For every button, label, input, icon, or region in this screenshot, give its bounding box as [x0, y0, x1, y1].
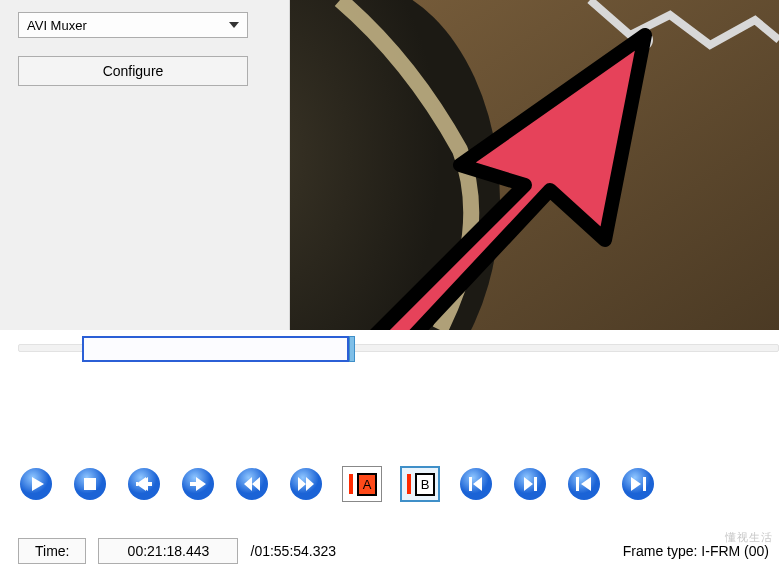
next-keyframe-button[interactable] — [288, 466, 324, 502]
next-cut-button[interactable] — [620, 466, 656, 502]
mark-out-icon — [407, 474, 411, 494]
back-button[interactable] — [126, 466, 162, 502]
configure-button[interactable]: Configure — [18, 56, 248, 86]
frame-type: Frame type: I-FRM (00) — [623, 543, 769, 559]
timeline-selection[interactable] — [82, 336, 349, 362]
time-value-field[interactable]: 00:21:18.443 — [98, 538, 238, 564]
video-preview — [290, 0, 779, 330]
goto-end-button[interactable] — [512, 466, 548, 502]
output-format-panel: AVI Muxer Configure — [0, 0, 290, 330]
transport-toolbar: A B — [18, 466, 656, 502]
stop-button[interactable] — [72, 466, 108, 502]
letter-a-icon: A — [357, 473, 378, 496]
timeline-playhead[interactable] — [349, 336, 355, 362]
time-total: /01:55:54.323 — [250, 543, 336, 559]
letter-b-icon: B — [415, 473, 436, 496]
muxer-selected-value: AVI Muxer — [27, 18, 87, 33]
status-bar: Time: 00:21:18.443 /01:55:54.323 Frame t… — [18, 536, 769, 566]
svg-rect-11 — [469, 477, 472, 491]
mark-a-button[interactable]: A — [342, 466, 382, 502]
play-button[interactable] — [18, 466, 54, 502]
mark-in-icon — [349, 474, 353, 494]
forward-button[interactable] — [180, 466, 216, 502]
watermark: 懂视生活 — [725, 530, 773, 545]
muxer-select[interactable]: AVI Muxer — [18, 12, 248, 38]
prev-cut-button[interactable] — [566, 466, 602, 502]
svg-rect-13 — [534, 477, 537, 491]
goto-start-button[interactable] — [458, 466, 494, 502]
chevron-down-icon — [229, 22, 239, 28]
svg-rect-5 — [84, 478, 96, 490]
svg-rect-17 — [643, 477, 646, 491]
time-label: Time: — [18, 538, 86, 564]
svg-rect-15 — [576, 477, 579, 491]
mark-b-button[interactable]: B — [400, 466, 440, 502]
timeline[interactable] — [0, 330, 779, 390]
prev-keyframe-button[interactable] — [234, 466, 270, 502]
